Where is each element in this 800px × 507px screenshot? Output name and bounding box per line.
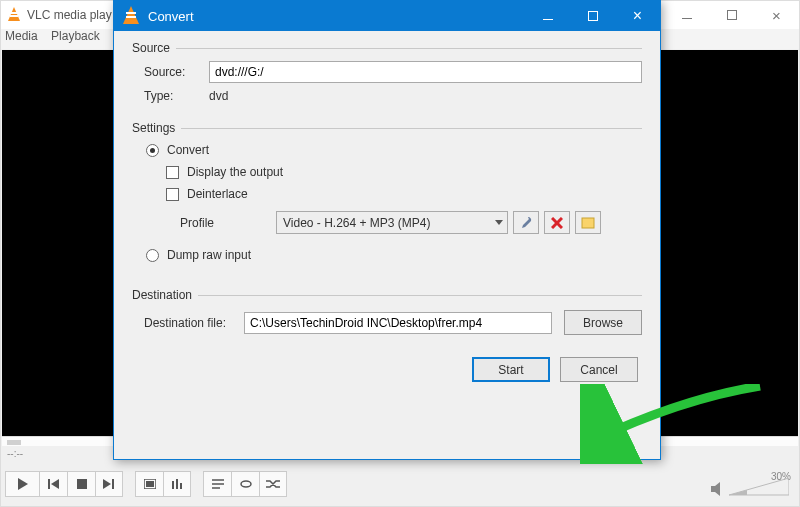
display-output-checkbox[interactable]: Display the output [166,165,642,179]
svg-rect-8 [172,481,174,489]
browse-button[interactable]: Browse [564,310,642,335]
minimize-icon [543,19,553,20]
stop-button[interactable] [67,471,95,497]
display-output-label: Display the output [187,165,283,179]
deinterlace-checkbox[interactable]: Deinterlace [166,187,642,201]
source-group: Source Source: Type: dvd [132,41,642,109]
cancel-button-label: Cancel [580,363,617,377]
source-input[interactable] [209,61,642,83]
play-icon [17,478,29,490]
maximize-icon [588,11,598,21]
destination-group: Destination Destination file: Browse [132,288,642,339]
equalizer-icon [171,479,183,489]
settings-legend: Settings [132,121,181,135]
svg-rect-5 [112,479,114,489]
shuffle-button[interactable] [259,471,287,497]
playlist-button[interactable] [203,471,231,497]
checkbox-icon [166,188,179,201]
vlc-cone-icon [122,6,140,26]
speaker-icon [711,482,725,496]
dump-raw-label: Dump raw input [167,248,251,262]
svg-rect-10 [180,483,182,489]
svg-rect-1 [48,479,50,489]
type-label: Type: [144,89,209,103]
type-value: dvd [209,89,228,103]
svg-rect-7 [146,481,154,487]
convert-radio-label: Convert [167,143,209,157]
shuffle-icon [266,479,280,489]
destination-legend: Destination [132,288,198,302]
next-button[interactable] [95,471,123,497]
profile-value: Video - H.264 + MP3 (MP4) [283,216,431,230]
source-legend: Source [132,41,176,55]
convert-radio[interactable]: Convert [146,143,642,157]
checkbox-icon [166,166,179,179]
vlc-window-title: VLC media play [27,8,112,22]
convert-dialog: Convert × Source Source: Type: dvd Setti… [113,0,661,460]
vlc-time-elapsed: --:-- [7,448,23,459]
new-profile-button[interactable] [575,211,601,234]
vlc-cone-icon [7,7,21,23]
volume-control[interactable] [711,478,789,496]
loop-button[interactable] [231,471,259,497]
vlc-close-button[interactable]: × [754,1,799,29]
close-icon: × [633,8,642,24]
play-button[interactable] [5,471,39,497]
vlc-maximize-button[interactable] [709,1,754,29]
dialog-close-button[interactable]: × [615,1,660,31]
dialog-titlebar[interactable]: Convert × [114,1,660,31]
menu-media[interactable]: Media [5,29,38,43]
fullscreen-button[interactable] [135,471,163,497]
stop-icon [77,479,87,489]
svg-marker-2 [51,479,59,489]
loop-icon [239,479,253,489]
svg-marker-15 [729,478,789,495]
svg-rect-19 [582,218,594,228]
destination-file-label: Destination file: [144,316,244,330]
dialog-minimize-button[interactable] [525,1,570,31]
x-red-icon [551,217,563,229]
playlist-icon [212,479,224,489]
profile-label: Profile [180,216,276,230]
wrench-icon [519,216,533,230]
dump-raw-radio[interactable]: Dump raw input [146,248,642,262]
delete-profile-button[interactable] [544,211,570,234]
close-icon: × [772,7,781,24]
start-button-label: Start [498,363,523,377]
source-label: Source: [144,65,209,79]
radio-icon [146,144,159,157]
deinterlace-label: Deinterlace [187,187,248,201]
destination-file-input[interactable] [244,312,552,334]
skip-prev-icon [48,479,60,489]
edit-profile-button[interactable] [513,211,539,234]
svg-marker-14 [711,482,720,496]
settings-group: Settings Convert Display the output Dein… [132,121,642,276]
start-button[interactable]: Start [472,357,550,382]
svg-rect-3 [77,479,87,489]
radio-icon [146,249,159,262]
chevron-down-icon [495,220,503,225]
extended-settings-button[interactable] [163,471,191,497]
new-file-icon [581,217,595,229]
fullscreen-icon [144,479,156,489]
profile-select[interactable]: Video - H.264 + MP3 (MP4) [276,211,508,234]
cancel-button[interactable]: Cancel [560,357,638,382]
menu-playback[interactable]: Playback [51,29,100,43]
svg-marker-4 [103,479,111,489]
vlc-minimize-button[interactable] [664,1,709,29]
minimize-icon [682,18,692,19]
prev-button[interactable] [39,471,67,497]
dialog-maximize-button[interactable] [570,1,615,31]
svg-rect-9 [176,479,178,489]
skip-next-icon [103,479,115,489]
svg-marker-0 [18,478,28,490]
volume-slider[interactable] [729,478,789,496]
dialog-title: Convert [148,9,194,24]
maximize-icon [727,10,737,20]
browse-button-label: Browse [583,316,623,330]
vlc-control-bar [5,468,287,500]
